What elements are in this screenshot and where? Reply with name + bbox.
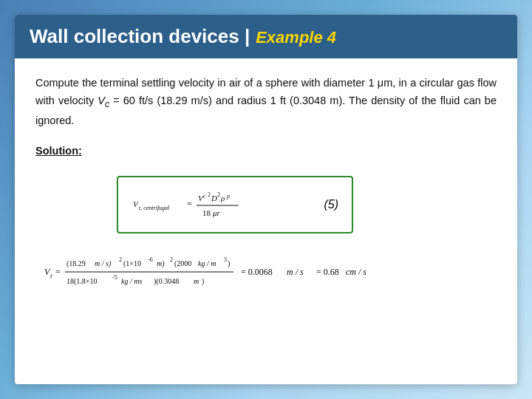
svg-text:)(0.3048: )(0.3048 [154,277,179,286]
slide-container: Wall collection devices | Example 4 Comp… [15,15,517,384]
svg-text:kg / ms: kg / ms [121,277,142,285]
calculation-svg: V t = (18.29 m / s) 2 (1×10 -6 m) 2 (200… [43,253,479,293]
svg-text:18(1.8×10: 18(1.8×10 [66,277,97,286]
slide-body: Compute the terminal settling velocity i… [15,58,517,384]
svg-text:18: 18 [202,208,211,217]
svg-text:2: 2 [170,256,173,263]
formula-svg: V t, centrifugal = V c 2 D 2 ρ p 18 μr [132,185,287,225]
svg-text:2: 2 [208,191,211,198]
svg-text:= 0.68: = 0.68 [316,267,339,277]
svg-text:= 0.0068: = 0.0068 [241,267,273,277]
svg-text:m / s): m / s) [95,259,112,268]
svg-text:(18.29: (18.29 [66,259,86,268]
solution-label: Solution: [35,145,497,157]
svg-text:D: D [211,194,217,202]
svg-text:): ) [228,259,230,268]
equation-number: (5) [324,198,338,211]
svg-text:): ) [202,277,204,286]
svg-text:μr: μr [212,208,221,217]
svg-text:3: 3 [224,256,227,263]
svg-text:c: c [203,193,206,200]
svg-text:t, centrifugal: t, centrifugal [139,205,170,211]
svg-text:=: = [55,267,61,277]
svg-text:2: 2 [217,191,220,198]
svg-text:2: 2 [119,256,122,263]
slide-header: Wall collection devices | Example 4 [15,15,517,58]
problem-text: Compute the terminal settling velocity i… [35,75,497,130]
svg-text:=: = [187,199,192,209]
svg-text:ρ: ρ [220,194,225,202]
formula-box: V t, centrifugal = V c 2 D 2 ρ p 18 μr [117,176,353,233]
svg-text:m / s: m / s [287,267,304,277]
header-subtitle: Example 4 [256,28,336,47]
header-title: Wall collection devices | [30,25,250,48]
svg-text:kg / m: kg / m [198,259,216,267]
svg-text:-5: -5 [112,274,117,281]
svg-text:-6: -6 [148,256,153,263]
svg-text:m: m [194,277,199,285]
svg-text:p: p [226,193,230,200]
svg-text:V: V [133,200,139,208]
svg-text:t: t [50,272,52,279]
svg-text:(1×10: (1×10 [123,259,141,268]
svg-text:(2000: (2000 [174,259,191,268]
svg-text:cm / s: cm / s [346,267,366,277]
svg-text:m): m) [157,259,165,268]
